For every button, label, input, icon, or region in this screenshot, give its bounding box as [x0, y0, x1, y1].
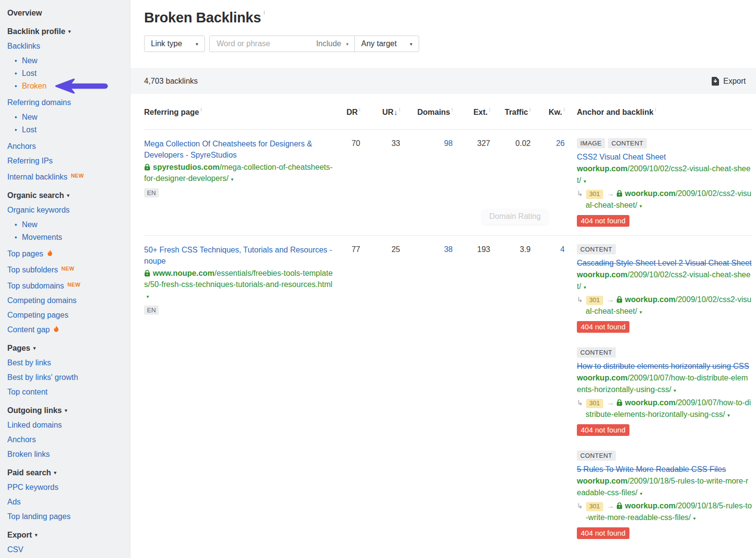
url-options-caret-icon[interactable]: ▾	[674, 388, 676, 393]
lock-icon	[616, 399, 623, 406]
traffic-value: 0.02	[490, 138, 531, 227]
sidebar-item-top-pages[interactable]: Top pages	[7, 247, 130, 261]
bullet-icon: •	[15, 221, 17, 229]
url-options-caret-icon[interactable]: ▾	[693, 516, 696, 521]
sidebar-item-backlinks-new[interactable]: •New	[7, 54, 130, 67]
lock-icon	[144, 270, 150, 277]
sidebar-item-organic-keywords-new[interactable]: •New	[7, 218, 130, 231]
sidebar-item-referring-domains-new[interactable]: •New	[7, 111, 130, 124]
referring-page-title-link[interactable]: 50+ Fresh CSS Techniques, Tutorials and …	[144, 244, 334, 267]
backlink-badges: CONTENT	[577, 347, 752, 358]
sidebar-item-outgoing-anchors[interactable]: Anchors	[7, 432, 130, 447]
sidebar-item-backlinks[interactable]: Backlinks	[7, 39, 130, 54]
backlink-url[interactable]: woorkup.com/2009/10/18/5-rules-to-write-…	[577, 475, 752, 500]
anchor-backlink-cell: CONTENT Cascading Style Sheet Level 2 Vi…	[565, 244, 752, 539]
referring-page-cell: 50+ Fresh CSS Techniques, Tutorials and …	[144, 244, 341, 539]
anchor-text-link[interactable]: How to distribute elements horizontally …	[577, 360, 752, 372]
backlink-url[interactable]: woorkup.com/2009/10/02/css2-visual-cheat…	[577, 269, 752, 293]
sidebar-section-export[interactable]: Export▾	[7, 528, 130, 542]
sidebar-section-organic-search[interactable]: Organic search▾	[7, 188, 130, 203]
sidebar-section-pages[interactable]: Pages▾	[7, 341, 130, 356]
sidebar-item-ppc-keywords[interactable]: PPC keywords	[7, 480, 130, 495]
sidebar-section-backlink-profile[interactable]: Backlink profile▾	[7, 24, 130, 39]
page-title: Broken Backlinksi	[144, 9, 756, 26]
sidebar-item-referring-ips[interactable]: Referring IPs	[7, 154, 130, 168]
anchor-text-link[interactable]: 5 Rules To Write More Readable CSS Files	[577, 464, 752, 475]
info-icon[interactable]: i	[263, 9, 265, 16]
sidebar-item-movements[interactable]: •Movements	[7, 231, 130, 244]
referring-page-url[interactable]: www.noupe.com/essentials/freebies-tools-…	[144, 268, 334, 302]
referring-page-url[interactable]: spyrestudios.com/mega-collection-of-chea…	[144, 162, 334, 185]
anchor-text-link[interactable]: CSS2 Visual Cheat Sheet	[577, 151, 752, 163]
word-or-phrase-input[interactable]	[216, 39, 316, 49]
lock-icon	[616, 190, 623, 197]
lock-icon	[144, 163, 150, 171]
domains-value[interactable]: 98	[400, 138, 453, 227]
backlink-url[interactable]: woorkup.com/2009/10/07/how-to-distribute…	[577, 372, 752, 396]
sidebar-section-outgoing-links[interactable]: Outgoing links▾	[7, 403, 130, 418]
ur-value: 25	[360, 244, 400, 539]
any-target-dropdown[interactable]: Any target ▾	[354, 36, 419, 52]
sidebar-item-anchors[interactable]: Anchors	[7, 139, 130, 154]
url-options-caret-icon[interactable]: ▾	[584, 285, 586, 290]
col-header-anchor-backlink[interactable]: Anchor and backlinki	[565, 107, 752, 117]
bullet-icon: •	[15, 234, 17, 241]
url-options-caret-icon[interactable]: ▾	[147, 294, 149, 299]
content-badge: CONTENT	[577, 347, 616, 358]
sidebar-item-organic-keywords[interactable]: Organic keywords	[7, 203, 130, 217]
backlink-group: IMAGE CONTENT CSS2 Visual Cheat Sheet wo…	[577, 138, 752, 227]
kw-value[interactable]: 26	[531, 138, 565, 227]
sidebar-item-competing-domains[interactable]: Competing domains	[7, 293, 130, 308]
sidebar-item-top-subdomains[interactable]: Top subdomainsNEW	[7, 277, 130, 293]
sidebar-item-top-subfolders[interactable]: Top subfoldersNEW	[7, 261, 130, 277]
url-options-caret-icon[interactable]: ▾	[640, 491, 643, 496]
sidebar-item-top-landing-pages[interactable]: Top landing pages	[7, 509, 130, 524]
sidebar-item-linked-domains[interactable]: Linked domains	[7, 418, 130, 432]
col-header-domains[interactable]: Domainsi	[400, 107, 453, 117]
sidebar-item-top-content[interactable]: Top content	[7, 385, 130, 399]
ext-value: 193	[453, 244, 490, 539]
col-header-dr[interactable]: DRi	[341, 107, 360, 117]
referring-domains-sublist: •New •Lost	[7, 111, 130, 136]
backlink-url[interactable]: woorkup.com/2009/10/02/css2-visual-cheat…	[577, 163, 752, 187]
include-dropdown[interactable]: Include ▾	[316, 39, 349, 48]
sidebar-item-referring-domains-lost[interactable]: •Lost	[7, 124, 130, 136]
url-options-caret-icon[interactable]: ▾	[727, 413, 730, 418]
content-badge: CONTENT	[608, 138, 647, 148]
sidebar-item-content-gap[interactable]: Content gap	[7, 323, 130, 337]
referring-page-title-link[interactable]: Mega Collection Of Cheatsheets for Desig…	[144, 138, 334, 161]
col-header-ur[interactable]: UR↓i	[360, 107, 400, 117]
anchor-text-link[interactable]: Cascading Style Sheet Level 2 Visual Che…	[577, 257, 752, 269]
export-button[interactable]: Export	[712, 77, 746, 86]
col-header-traffic[interactable]: Traffici	[490, 107, 531, 117]
sidebar-section-paid-search[interactable]: Paid search▾	[7, 466, 130, 480]
redirect-arrow-icon: ↳	[577, 502, 583, 510]
col-header-kw[interactable]: Kw.i	[531, 107, 565, 117]
sidebar-item-internal-backlinks[interactable]: Internal backlinksNEW	[7, 168, 130, 184]
sidebar-item-csv[interactable]: CSV	[7, 542, 130, 557]
info-icon: i	[655, 107, 656, 112]
url-options-caret-icon[interactable]: ▾	[640, 309, 642, 315]
new-badge: NEW	[68, 282, 81, 288]
link-type-dropdown[interactable]: Link type ▾	[144, 36, 205, 52]
app-window: Overview Backlink profile▾ Backlinks •Ne…	[0, 0, 756, 558]
sidebar-item-broken-links[interactable]: Broken links	[7, 447, 130, 462]
kw-value[interactable]: 4	[531, 244, 565, 539]
sidebar-item-ads[interactable]: Ads	[7, 495, 130, 509]
sidebar-item-competing-pages[interactable]: Competing pages	[7, 308, 130, 323]
sidebar: Overview Backlink profile▾ Backlinks •Ne…	[0, 0, 130, 558]
language-badge: EN	[144, 306, 159, 315]
sidebar-item-best-by-links-growth[interactable]: Best by links' growth	[7, 370, 130, 385]
url-options-caret-icon[interactable]: ▾	[231, 177, 233, 182]
col-header-ext[interactable]: Ext.i	[453, 107, 490, 117]
referring-page-cell: Mega Collection Of Cheatsheets for Desig…	[144, 138, 341, 227]
col-header-referring-page[interactable]: Referring pagei	[144, 107, 341, 117]
sidebar-item-overview[interactable]: Overview	[7, 6, 130, 20]
sidebar-item-referring-domains[interactable]: Referring domains	[7, 95, 130, 110]
url-options-caret-icon[interactable]: ▾	[584, 179, 586, 184]
status-404-badge: 404 not found	[577, 321, 629, 333]
url-options-caret-icon[interactable]: ▾	[640, 203, 642, 209]
table-row: 50+ Fresh CSS Techniques, Tutorials and …	[144, 235, 752, 548]
domains-value[interactable]: 38	[400, 244, 453, 539]
sidebar-item-best-by-links[interactable]: Best by links	[7, 356, 130, 370]
